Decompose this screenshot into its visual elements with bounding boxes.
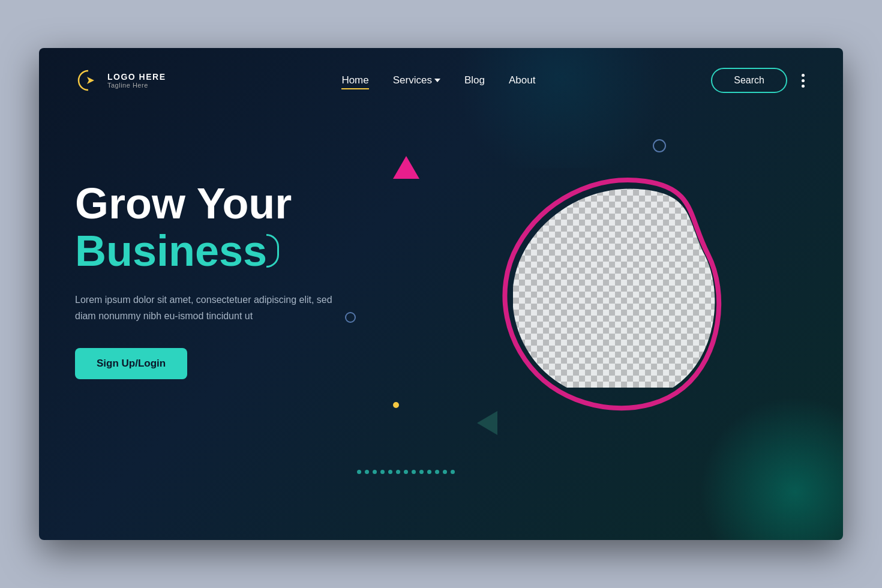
deco-dots-row [357, 470, 455, 474]
navbar: LOGO HERE Tagline Here Home Services Blo… [39, 48, 843, 106]
logo-tagline: Tagline Here [107, 82, 166, 89]
svg-marker-0 [87, 77, 94, 84]
more-options-button[interactable] [799, 71, 807, 90]
hero-right [411, 124, 807, 436]
page-wrapper: LOGO HERE Tagline Here Home Services Blo… [39, 48, 843, 540]
logo-text-area: LOGO HERE Tagline Here [107, 72, 166, 89]
hero-heading-line2: Business [75, 227, 267, 275]
nav-links: Home Services Blog About [341, 74, 535, 86]
logo-title: LOGO HERE [107, 72, 166, 82]
nav-item-blog[interactable]: Blog [464, 74, 485, 86]
hero-description: Lorem ipsum dolor sit amet, consectetuer… [75, 292, 339, 324]
nav-link-blog[interactable]: Blog [464, 74, 485, 86]
nav-link-about[interactable]: About [509, 74, 535, 86]
nav-item-about[interactable]: About [509, 74, 535, 86]
deco-triangle-pink [393, 156, 419, 179]
logo-area: LOGO HERE Tagline Here [75, 67, 166, 94]
dot-3 [802, 85, 805, 88]
nav-right: Search [711, 68, 807, 93]
deco-circle-outline2 [345, 312, 356, 323]
deco-triangle-teal [477, 411, 497, 435]
nav-link-services[interactable]: Services [393, 74, 440, 86]
deco-dot-yellow [393, 402, 399, 408]
search-button[interactable]: Search [711, 68, 787, 93]
nav-item-services[interactable]: Services [393, 74, 440, 86]
hero-section: Grow Your Business Lorem ipsum dolor sit… [39, 106, 843, 460]
dot-2 [802, 79, 805, 82]
dropdown-arrow-icon [434, 79, 440, 82]
deco-circle-outline [653, 139, 666, 152]
nav-link-home[interactable]: Home [341, 74, 368, 89]
logo-icon [75, 67, 101, 94]
dot-1 [802, 74, 805, 77]
hero-heading-line1: Grow Your [75, 180, 411, 227]
hero-image-blob [477, 148, 741, 412]
signup-button[interactable]: Sign Up/Login [75, 348, 187, 379]
nav-item-home[interactable]: Home [341, 74, 368, 86]
hero-left: Grow Your Business Lorem ipsum dolor sit… [75, 180, 411, 380]
